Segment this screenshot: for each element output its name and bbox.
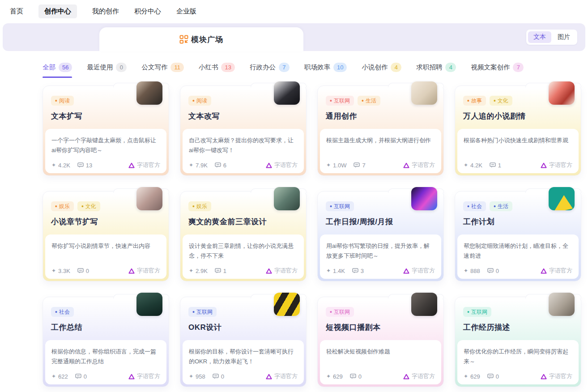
- filter-tab-1[interactable]: 全部56: [43, 63, 72, 73]
- nav-item-5[interactable]: 企业版: [176, 7, 196, 16]
- card-footer: ✦ 7.9K 6: [189, 161, 298, 169]
- card-title: 小说章节扩写: [51, 217, 161, 227]
- nav-item-2[interactable]: 创作中心: [38, 4, 77, 18]
- template-card[interactable]: •社会 工作总结 根据你的信息，帮你组织语言，完成一篇完整通顺的工作总结 ✦ 6…: [43, 292, 169, 387]
- card-title: OKR设计: [188, 322, 298, 332]
- header-banner: 模块广场 文本 图片: [3, 23, 585, 51]
- filter-tab-6[interactable]: 职场效率10: [304, 63, 347, 73]
- nav-item-1[interactable]: 首页: [10, 7, 23, 16]
- filter-tab-7[interactable]: 小说创作4: [362, 63, 401, 73]
- module-plaza-tab[interactable]: 模块广场: [99, 27, 303, 51]
- card-tag: •互联网: [188, 307, 217, 317]
- filter-count-badge: 10: [333, 63, 347, 72]
- usage-count: 4.2K: [470, 162, 482, 169]
- usage-count-icon: ✦: [326, 162, 331, 168]
- filter-count-badge: 0: [116, 63, 127, 72]
- filter-tab-4[interactable]: 小红书13: [199, 63, 235, 73]
- comment-icon: [75, 374, 81, 379]
- usage-count: 4.2K: [58, 162, 70, 169]
- card-thumbnail: [136, 293, 162, 316]
- filter-tab-2[interactable]: 最近使用0: [87, 63, 127, 73]
- template-card[interactable]: •娱乐 爽文的黄金前三章设计 设计黄金前三章剧情，让你的小说充满悬念，停不下来 …: [180, 187, 307, 281]
- toggle-image-button[interactable]: 图片: [552, 31, 575, 43]
- publisher-logo-icon: [128, 268, 135, 274]
- usage-count-icon: ✦: [464, 162, 468, 168]
- card-thumbnail: [136, 81, 162, 105]
- publisher-name: 字语官方: [137, 267, 160, 275]
- publisher-logo-icon: [128, 374, 135, 379]
- comment-icon: [215, 268, 221, 273]
- publisher-logo-icon: [403, 374, 409, 379]
- template-card[interactable]: •互联网•生活 通用创作 根据主题生成大纲，并根据大纲进行创作 ✦ 1.0W: [317, 81, 444, 176]
- template-card[interactable]: •娱乐•文化 小说章节扩写 帮你扩写小说剧情章节，快速产出内容 ✦ 3.3K: [43, 187, 169, 281]
- publisher-logo-icon: [266, 268, 272, 274]
- nav-item-4[interactable]: 积分中心: [134, 7, 161, 16]
- usage-count: 2.9K: [196, 268, 208, 274]
- filter-label: 公文写作: [141, 63, 167, 72]
- usage-count: 1.4K: [333, 268, 345, 274]
- template-card[interactable]: •互联网 工作经历描述 帮你优化你的工作经历，瞬间变得厉害起来～ ✦ 629: [455, 292, 581, 387]
- usage-count: 888: [470, 268, 480, 274]
- usage-count-icon: ✦: [189, 268, 193, 274]
- comment-count: 0: [358, 373, 362, 380]
- card-tag: •生活: [358, 96, 380, 106]
- page-title: 模块广场: [191, 34, 223, 45]
- publisher-logo-icon: [266, 374, 272, 379]
- card-description: 设计黄金前三章剧情，让你的小说充满悬念，停不下来: [189, 241, 298, 261]
- comment-icon: [487, 374, 494, 379]
- card-footer: ✦ 1.4K 3: [326, 267, 435, 275]
- filter-tab-5[interactable]: 行政办公7: [250, 63, 290, 73]
- publisher-logo-icon: [266, 162, 272, 168]
- toggle-text-button[interactable]: 文本: [528, 31, 551, 43]
- template-card[interactable]: •故事•文化 万人追的小说剧情 根据各种热门小说快速生成剧情和世界观 ✦ 4.2…: [455, 81, 581, 176]
- card-thumbnail: [549, 81, 575, 105]
- card-title: 工作日报/周报/月报: [326, 217, 435, 227]
- template-card[interactable]: •社会•生活 工作计划 帮您制定细致清晰的计划，瞄准目标，全速前进 ✦ 888: [455, 187, 581, 281]
- filter-tab-3[interactable]: 公文写作11: [141, 63, 184, 73]
- card-description: 根据你的目标，帮你设计一套清晰可执行的OKR，助力效率起飞！: [189, 347, 298, 366]
- nav-item-3[interactable]: 我的创作: [92, 7, 119, 16]
- usage-count: 958: [196, 373, 205, 380]
- card-body-panel: 设计黄金前三章剧情，让你的小说充满悬念，停不下来 ✦ 2.9K: [183, 234, 304, 279]
- card-footer: ✦ 1.0W 7: [326, 161, 435, 169]
- card-tag: •娱乐: [51, 201, 74, 211]
- publisher-logo-icon: [403, 268, 409, 274]
- filter-tab-8[interactable]: 求职招聘4: [416, 63, 456, 73]
- card-tag: •故事: [463, 96, 486, 106]
- card-footer: ✦ 622 0: [51, 372, 160, 380]
- card-tag: •社会: [51, 307, 74, 317]
- template-card[interactable]: •阅读 文本扩写 一个字一个字敲键盘太麻烦，点击鼠标让ai帮你扩写内容吧～ ✦ …: [43, 81, 169, 176]
- module-grid-icon: [179, 35, 188, 44]
- filter-count-badge: 7: [279, 63, 290, 72]
- template-card[interactable]: •阅读 文本改写 自己改写太麻烦？提出你的改写要求，让ai帮你一键改写！ ✦ 7…: [180, 81, 307, 176]
- template-card[interactable]: •互联网 OKR设计 根据你的目标，帮你设计一套清晰可执行的OKR，助力效率起飞…: [180, 292, 307, 387]
- usage-count-icon: ✦: [464, 268, 468, 274]
- publisher-name: 字语官方: [412, 161, 435, 169]
- card-footer: ✦ 4.2K 13: [51, 161, 160, 169]
- card-title: 文本扩写: [51, 111, 161, 121]
- publisher-logo-icon: [128, 162, 135, 168]
- card-description: 轻松解决短视频创作难题: [326, 347, 435, 357]
- usage-count-icon: ✦: [189, 162, 193, 168]
- card-tag: •阅读: [188, 96, 211, 106]
- card-title: 文本改写: [188, 111, 298, 121]
- template-card-grid: •阅读 文本扩写 一个字一个字敲键盘太麻烦，点击鼠标让ai帮你扩写内容吧～ ✦ …: [43, 81, 581, 387]
- card-title: 工作经历描述: [463, 322, 573, 332]
- card-tag: •社会: [463, 201, 486, 211]
- card-body-panel: 根据你的信息，帮你组织语言，完成一篇完整通顺的工作总结 ✦ 622: [45, 340, 166, 384]
- card-body-panel: 根据你的目标，帮你设计一套清晰可执行的OKR，助力效率起飞！ ✦ 958: [183, 340, 304, 384]
- usage-count-icon: ✦: [51, 268, 56, 274]
- card-title: 工作总结: [51, 322, 161, 332]
- card-thumbnail: [274, 187, 300, 210]
- comment-count: 6: [223, 162, 226, 169]
- template-card[interactable]: •互联网 工作日报/周报/月报 用ai帮你书写繁琐的日报，提升效率，解放更多下班…: [317, 187, 444, 281]
- comment-count: 1: [498, 162, 501, 169]
- card-description: 根据主题生成大纲，并根据大纲进行创作: [326, 136, 435, 145]
- card-tag: •生活: [490, 201, 512, 211]
- filter-label: 小说创作: [362, 63, 388, 72]
- filter-tab-9[interactable]: 视频文案创作7: [471, 63, 524, 73]
- usage-count: 3.3K: [58, 268, 70, 274]
- template-card[interactable]: •互联网 短视频口播剧本 轻松解决短视频创作难题 ✦ 629: [317, 292, 444, 387]
- usage-count: 7.9K: [196, 162, 208, 169]
- card-body-panel: 一个字一个字敲键盘太麻烦，点击鼠标让ai帮你扩写内容吧～ ✦ 4.2K: [45, 129, 166, 173]
